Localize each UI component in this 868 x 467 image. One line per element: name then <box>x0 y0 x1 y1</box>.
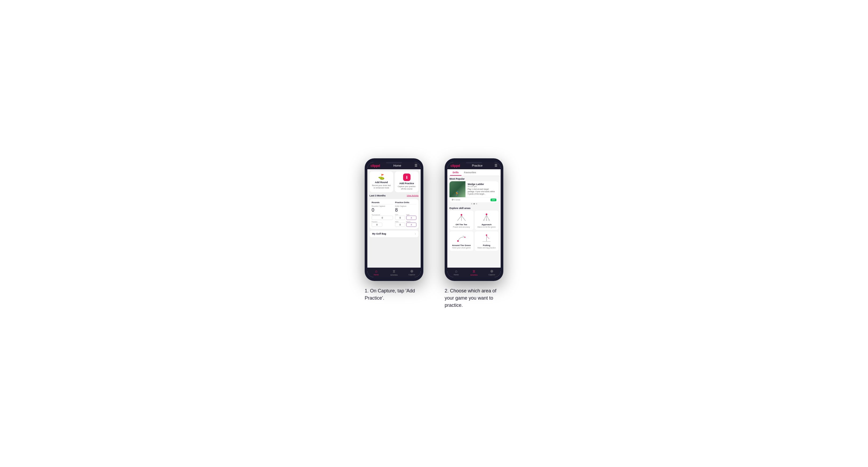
nav-activities-label: Activities <box>390 274 398 276</box>
putt-stat: PUTT 4 <box>406 221 416 227</box>
putting-svg <box>480 234 493 243</box>
dot-3 <box>476 203 477 205</box>
featured-footer: ⏱ 9 shots APP <box>450 197 498 202</box>
clock-icon: ⏱ <box>452 198 454 201</box>
off-tee-svg <box>455 213 468 222</box>
tab-drills[interactable]: Drills <box>450 169 461 176</box>
drills-capture-label: Drills Capture <box>395 205 416 207</box>
hamburger-icon[interactable]: ☰ <box>414 164 417 167</box>
golfer-silhouette: 🏌️ <box>455 191 460 196</box>
off-tee-desc: Power and accuracy <box>453 226 470 228</box>
skill-around-green[interactable]: Around The Green Hone your short game <box>450 231 473 251</box>
drills-mini-row2: ARG 0 PUTT 4 <box>395 221 416 227</box>
phone2-capture-icon: ⊕ <box>490 269 493 273</box>
around-green-desc: Hone your short game <box>452 247 470 249</box>
phone2-header-title: Practice <box>472 164 483 167</box>
app-badge: APP <box>491 198 496 201</box>
capture-icon: ⊕ <box>410 269 413 273</box>
svg-line-4 <box>458 216 461 221</box>
add-practice-desc: Capture your practice off-the-course <box>397 185 416 190</box>
phone2-section: clippd Practice ☰ Drills Favourites <box>445 158 503 309</box>
phone1-shell: clippd Home ☰ ⛳ Add Round Record your sh… <box>365 158 423 281</box>
putting-desc: Make and lag practice <box>477 247 496 249</box>
svg-point-7 <box>486 214 487 215</box>
phone2-activities-icon: ⧖ <box>473 269 475 274</box>
svg-line-10 <box>487 215 489 220</box>
phone2-nav-activities[interactable]: ⧖ Activities <box>465 268 483 277</box>
svg-point-17 <box>486 234 487 236</box>
explore-section: Explore skill areas <box>450 207 498 251</box>
add-round-card[interactable]: ⛳ Add Round Record your shots fast or en… <box>370 172 393 192</box>
practice-label: Practice <box>372 221 393 223</box>
phone2-hamburger-icon[interactable]: ☰ <box>495 164 497 167</box>
phone1-logo: clippd <box>371 164 380 168</box>
phone2-nav-home-label: Home <box>454 274 459 276</box>
skill-off-tee[interactable]: Off The Tee Power and accuracy <box>450 211 473 230</box>
tab-favourites[interactable]: Favourites <box>461 169 479 176</box>
featured-image: 🏌️ <box>450 181 465 197</box>
off-tee-title: Off The Tee <box>456 223 467 226</box>
featured-desc: Play 1 shot at each target yardage. If y… <box>468 188 496 195</box>
featured-card[interactable]: 🏌️ Wedge Ladder ☆ 50-100 yds Play 1 <box>450 181 498 202</box>
putting-title: Putting <box>483 244 490 247</box>
tournament-label: Tournament <box>372 214 393 216</box>
phone1-bottom-nav: ⌂ Home ⧖ Activities ⊕ Capture <box>367 268 421 277</box>
nav-capture[interactable]: ⊕ Capture <box>403 268 421 277</box>
phone2-bottom-nav: ⌂ Home ⧖ Activities ⊕ Capture <box>447 268 501 277</box>
chevron-right-icon: › <box>415 232 416 236</box>
dot-2 <box>473 203 475 205</box>
nav-activities[interactable]: ⧖ Activities <box>385 268 403 277</box>
practice-value: 0 <box>372 223 382 227</box>
view-activity-link[interactable]: View Activity <box>407 194 418 197</box>
ott-stat: OTT 0 <box>395 214 405 220</box>
featured-range: 50-100 yds <box>468 186 496 187</box>
caption1: 1. On Capture, tap 'Add Practice'. <box>365 287 423 302</box>
phone2-nav-activities-label: Activities <box>470 274 478 276</box>
svg-rect-1 <box>406 177 407 179</box>
most-popular-title: Most Popular <box>450 178 498 180</box>
arg-stat: ARG 0 <box>395 221 405 227</box>
add-round-title: Add Round <box>375 181 388 184</box>
phone2-nav-capture[interactable]: ⊕ Capture <box>483 268 501 277</box>
featured-title: Wedge Ladder <box>468 183 484 186</box>
drills-mini-row: OTT 0 APP 4 <box>395 214 416 220</box>
nav-home[interactable]: ⌂ Home <box>367 268 385 277</box>
ott-value: 0 <box>395 216 405 220</box>
svg-point-3 <box>461 214 462 216</box>
svg-line-6 <box>461 216 465 221</box>
page-container: clippd Home ☰ ⛳ Add Round Record your sh… <box>365 158 503 309</box>
tournament-stat: Tournament 0 <box>372 214 393 220</box>
home-body: ⛳ Add Round Record your shots fast or en… <box>367 169 421 268</box>
around-green-icon-area <box>455 234 468 243</box>
nav-capture-label: Capture <box>408 274 415 276</box>
approach-desc: Dial-in to hit the green <box>477 226 496 228</box>
phone2-screen: clippd Practice ☰ Drills Favourites <box>447 162 501 277</box>
phone2-nav-capture-label: Capture <box>488 274 495 276</box>
phone1-header: clippd Home ☰ <box>367 162 421 169</box>
stats-header: Last 3 Months View Activity <box>370 194 418 197</box>
phone2-nav-home[interactable]: ⌂ Home <box>447 268 465 277</box>
tournament-value: 0 <box>372 216 393 220</box>
rounds-title: Rounds <box>372 201 393 205</box>
phone1-header-title: Home <box>393 164 401 167</box>
practice-body: Drills Favourites Most Popular 🏌️ <box>447 169 501 268</box>
drills-col: Practice Drills Drills Capture 8 OTT 0 A… <box>395 201 416 227</box>
add-practice-card[interactable]: Add Practice Capture your practice off-t… <box>395 172 418 192</box>
arg-value: 0 <box>395 223 405 227</box>
phone1-section: clippd Home ☰ ⛳ Add Round Record your sh… <box>365 158 423 302</box>
skill-approach[interactable]: Approach Dial-in to hit the green <box>475 211 499 230</box>
nav-home-label: Home <box>374 274 379 276</box>
add-practice-title: Add Practice <box>399 182 414 185</box>
phone2-logo: clippd <box>451 164 460 168</box>
dots-row <box>450 202 498 205</box>
add-practice-badge <box>403 174 410 181</box>
golf-bag-row[interactable]: My Golf Bag › <box>370 230 418 237</box>
practice-scroll: Most Popular 🏌️ Wedge Ladder <box>447 176 501 268</box>
activities-icon: ⧖ <box>393 269 395 274</box>
ott-label: OTT <box>395 214 405 216</box>
putt-label: PUTT <box>406 221 416 223</box>
putting-icon-area <box>480 234 493 243</box>
skill-putting[interactable]: Putting Make and lag practice <box>475 231 499 251</box>
drills-value: 8 <box>395 207 416 213</box>
stats-grid: Rounds Rounds Capture 0 Tournament 0 Pra… <box>370 199 418 229</box>
